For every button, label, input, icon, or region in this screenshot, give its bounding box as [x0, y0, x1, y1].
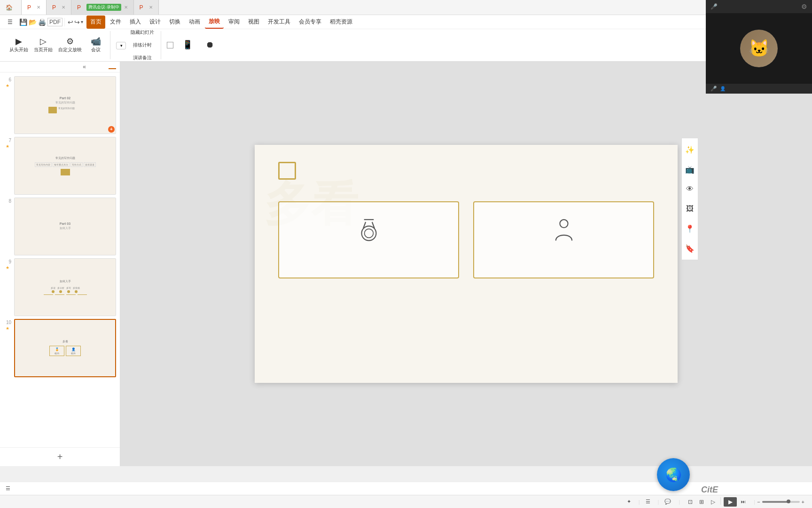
open-icon[interactable]: 📂 — [29, 18, 37, 26]
custom-slideshow-button[interactable]: ⚙ 自定义放映 — [56, 32, 84, 58]
play-button[interactable]: ▶ — [724, 497, 737, 507]
tab-home[interactable]: 🏠 — [0, 0, 22, 15]
card-campus[interactable] — [278, 201, 459, 278]
right-tools-panel: ✨ 📺 👁 🖼 📍 🔖 — [681, 138, 698, 260]
image-tool[interactable]: 🖼 — [681, 200, 698, 217]
play-next-button[interactable]: ⏭ — [739, 497, 748, 507]
panel-tab-outline[interactable] — [94, 64, 101, 69]
status-bar: ✦ | ☰ | 💬 | ⊡ ⊞ ▷ ▶ ⏭ | − — [0, 495, 812, 508]
print-icon[interactable]: 🖨️ — [38, 18, 46, 26]
comment-bar-icon: ☰ — [6, 485, 10, 492]
add-slide-button[interactable]: + — [0, 447, 120, 466]
hide-slide-button[interactable]: 隐藏幻灯片 — [128, 26, 157, 39]
menu-member[interactable]: 会员专享 — [295, 16, 325, 29]
menu-templates[interactable]: 稻壳资源 — [326, 16, 356, 29]
tab-ppt1[interactable]: P ✕ — [22, 0, 47, 15]
zoom-out-button[interactable]: − — [757, 499, 760, 505]
zoom-slider-fill — [762, 501, 789, 503]
slide-item-6[interactable]: 6 ★ Part 02 常见的写作问题 常见的写作问题 — [4, 76, 116, 134]
zoom-handle[interactable] — [787, 500, 790, 503]
tab-ppt3[interactable]: P 腾讯会议·录制中 ✕ — [71, 0, 134, 15]
zoom-slider[interactable] — [762, 501, 800, 503]
grid-view-button[interactable]: ⊞ — [697, 497, 706, 507]
cast-tool[interactable]: 📺 — [681, 161, 698, 178]
play-from-start-icon: ▶ — [16, 37, 22, 46]
meeting-icon: 📹 — [91, 37, 101, 46]
menu-transition[interactable]: 切换 — [165, 16, 184, 29]
menu-file[interactable]: 文件 — [106, 16, 125, 29]
toolbar-group-start: ▶ 从头开始 ▷ 当页开始 ⚙ 自定义放映 📹 会议 — [4, 31, 110, 59]
pdf-icon[interactable]: PDF — [47, 18, 62, 26]
tab-ppt1-close[interactable]: ✕ — [37, 5, 40, 10]
redo-icon[interactable]: ↪ — [74, 18, 80, 26]
magic-wand-tool[interactable]: ✨ — [681, 141, 698, 158]
main-layout: « 6 ★ Part 02 常见的写作问题 — [0, 62, 812, 466]
toolbar-group-display: ▾ 隐藏幻灯片 排练计时 演讲备注 — [112, 31, 161, 59]
from-beginning-button[interactable]: ▶ 从头开始 — [8, 32, 30, 58]
undo-dropdown[interactable]: ▾ — [81, 19, 83, 24]
ribbon: ☰ 💾 📂 🖨️ PDF ↩ ↪ ▾ 首页 文件 插入 设计 切换 动画 放映 … — [0, 15, 812, 62]
slide-item-8[interactable]: 8 Part 03 如何入手 — [4, 198, 116, 255]
slide-item-10[interactable]: 10 ★ 多看 🏅 校内 — [4, 319, 116, 377]
screen-record-button[interactable]: ⏺ — [200, 32, 220, 58]
tab-ppt4[interactable]: P ✕ — [134, 0, 159, 15]
location-tool[interactable]: 📍 — [681, 220, 698, 237]
slide-thumb-6[interactable]: Part 02 常见的写作问题 常见的写作问题 + — [14, 76, 116, 134]
tab-ppt2-close[interactable]: ✕ — [62, 5, 65, 10]
zoom-in-button[interactable]: + — [802, 499, 804, 505]
bookmark-tool[interactable]: 🔖 — [681, 240, 698, 257]
play-view-button[interactable]: ▷ — [708, 497, 718, 507]
add-slide-icon: + — [57, 452, 63, 462]
meeting-button[interactable]: 📹 会议 — [86, 32, 106, 58]
slide-thumb-9[interactable]: 如何入手 多读 多分析 — [14, 258, 116, 316]
slide-item-7[interactable]: 7 ★ 常见的写作问题 常见写作内容 每年重点关注 写作方式 发布渠道 — [4, 137, 116, 195]
slide-thumb-8[interactable]: Part 03 如何入手 — [14, 198, 116, 255]
slide-item-9[interactable]: 9 ★ 如何入手 多读 多 — [4, 258, 116, 316]
comment-bar[interactable]: ☰ — [0, 482, 812, 495]
tab-ppt4-close[interactable]: ✕ — [149, 5, 153, 10]
slide-thumb-10[interactable]: 多看 🏅 校内 👤 校外 — [14, 319, 116, 377]
notes-button[interactable]: ☰ — [646, 499, 652, 505]
menu-review[interactable]: 审阅 — [225, 16, 243, 29]
dropdown-icon: ▾ — [120, 43, 123, 48]
card-external[interactable] — [473, 201, 654, 278]
meeting-avatar-area: 🐱 — [706, 13, 812, 84]
meeting-header: 🎤 ⚙ — [706, 0, 812, 13]
meeting-settings-icon[interactable]: ⚙ — [801, 3, 807, 10]
slide-num-8: 8 — [4, 198, 11, 204]
menu-home[interactable]: 首页 — [86, 16, 105, 29]
smart-optimize-button[interactable]: ✦ — [627, 499, 633, 505]
menu-view[interactable]: 视图 — [244, 16, 263, 29]
panel-collapse-button[interactable]: « — [83, 64, 86, 70]
menu-animation[interactable]: 动画 — [185, 16, 204, 29]
smart-icon: ✦ — [627, 499, 631, 505]
slide-canvas[interactable]: 多看 — [255, 145, 678, 383]
home-icon: 🏠 — [6, 4, 13, 11]
comment-button[interactable]: 💬 — [664, 499, 673, 505]
display-selector[interactable]: ▾ — [116, 42, 126, 49]
slides-list: 6 ★ Part 02 常见的写作问题 常见的写作问题 — [0, 72, 120, 447]
show-presenter-toggle[interactable] — [167, 42, 175, 48]
rehearse-timing-button[interactable]: 排练计时 — [128, 39, 157, 51]
play-current-icon: ▷ — [40, 37, 47, 46]
zoom-control: | − + — [754, 499, 806, 505]
save-icon[interactable]: 💾 — [19, 18, 27, 26]
undo-icon[interactable]: ↩ — [68, 18, 73, 26]
menu-developer[interactable]: 开发工具 — [264, 16, 294, 29]
menu-slideshow[interactable]: 放映 — [205, 16, 224, 29]
remote-control-button[interactable]: 📱 — [177, 32, 198, 58]
slide-num-6: 6 — [4, 76, 11, 82]
new-tab-button[interactable] — [159, 1, 172, 14]
tab-ppt3-close[interactable]: ✕ — [124, 5, 128, 10]
eye-tool[interactable]: 👁 — [681, 181, 698, 198]
from-current-button[interactable]: ▷ 当页开始 — [32, 32, 55, 58]
title-decoration-box — [278, 162, 296, 180]
ppt3-icon: P — [77, 4, 81, 11]
slide-title-area — [278, 162, 304, 180]
slide-thumb-7[interactable]: 常见的写作问题 常见写作内容 每年重点关注 写作方式 发布渠道 — [14, 137, 116, 195]
normal-view-button[interactable]: ⊡ — [686, 497, 695, 507]
panel-tab-slides[interactable] — [109, 64, 116, 69]
hamburger-menu[interactable]: ☰ — [4, 16, 16, 29]
ppt2-icon: P — [52, 4, 56, 11]
tab-ppt2[interactable]: P ✕ — [47, 0, 71, 15]
